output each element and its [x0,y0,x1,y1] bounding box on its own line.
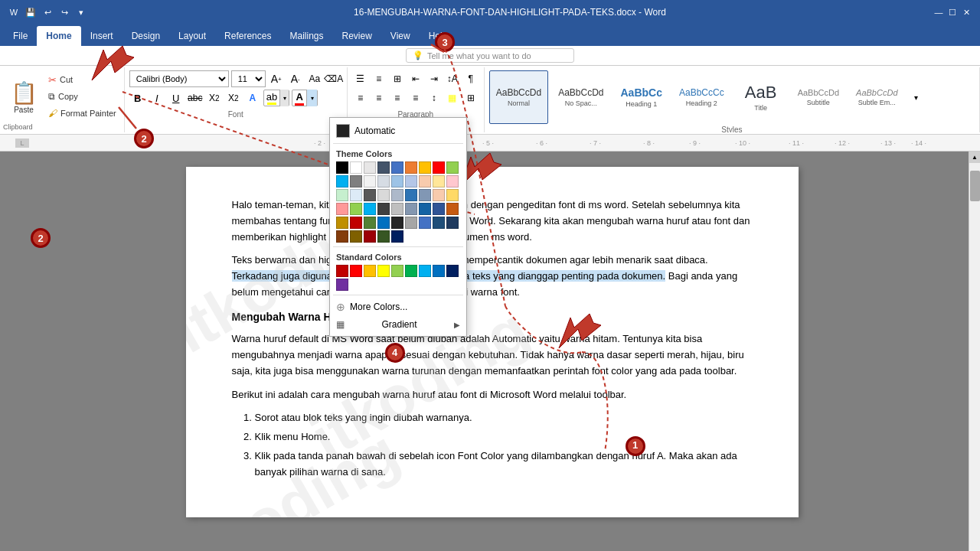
gradient-option[interactable]: ▦ Gradient ▶ [333,316,463,333]
theme-color-dark-blue[interactable] [377,161,390,174]
theme-color-blue[interactable] [391,161,403,174]
cut-button[interactable]: ✂ Cut [45,72,119,87]
theme-color-steel[interactable] [391,189,403,201]
theme-color-brown[interactable] [336,230,348,243]
show-paragraph-button[interactable]: ¶ [462,70,479,87]
style-subtitle[interactable]: AaBbCcDd Subtitle [791,70,846,124]
scroll-thumb[interactable] [970,171,980,201]
theme-color-cornflower[interactable] [419,217,431,229]
theme-color-dark-gold[interactable] [336,217,348,229]
theme-color-light-red[interactable] [336,203,348,215]
italic-button[interactable]: I [149,90,165,106]
format-painter-button[interactable]: 🖌 Format Painter [45,106,119,121]
ruler-tab-indicator[interactable]: L [15,139,29,148]
numbering-button[interactable]: ≡ [371,70,387,87]
theme-color-salmon[interactable] [433,189,445,201]
subscript-button[interactable]: X2 [206,90,223,106]
theme-color-orange[interactable] [405,161,417,174]
font-name-select[interactable]: Calibri (Body) [129,70,229,87]
styles-more-button[interactable]: ▾ [908,89,925,106]
style-heading1[interactable]: AaBbCc Heading 1 [614,70,669,124]
color-picker-dropdown[interactable]: Automatic Theme Colors [329,117,467,337]
align-center-button[interactable]: ≡ [371,90,387,106]
theme-color-light-blue[interactable] [391,175,403,187]
theme-color-medium-gray[interactable] [405,217,417,229]
font-size-select[interactable]: 11 [231,70,266,87]
theme-color-sky[interactable] [364,203,376,215]
multilevel-list-button[interactable]: ⊞ [389,70,406,87]
std-color-purple[interactable] [336,279,348,291]
help-input[interactable]: 💡 Tell me what you want to do [406,48,574,63]
copy-button[interactable]: ⧉ Copy [45,89,119,104]
bold-button[interactable]: B [129,90,146,106]
minimize-icon[interactable]: — [933,6,945,18]
more-colors-option[interactable]: ⊕ More Colors... [333,298,463,316]
style-heading2[interactable]: AaBbCcCc Heading 2 [672,70,731,124]
theme-color-light-gray[interactable] [364,161,376,174]
tab-insert[interactable]: Insert [81,26,122,46]
theme-color-dark-navy[interactable] [391,230,403,243]
std-color-yellow[interactable] [377,265,390,277]
theme-color-blue-gray[interactable] [377,175,390,187]
theme-color-forest[interactable] [364,217,376,229]
text-effects-button[interactable]: A [244,90,261,106]
theme-color-pale-blue[interactable] [350,189,362,201]
increase-indent-button[interactable]: ⇥ [426,70,443,87]
tab-layout[interactable]: Layout [169,26,215,46]
highlight-color-button[interactable]: ab ▾ [263,90,289,106]
theme-color-blue-steel[interactable] [405,203,417,215]
theme-color-dark-green[interactable] [377,230,390,243]
theme-color-white2[interactable] [364,175,376,187]
close-icon[interactable]: ✕ [960,6,972,18]
vertical-scrollbar[interactable]: ▲ ▼ [969,152,980,551]
bullets-button[interactable]: ☰ [352,70,369,87]
automatic-color-option[interactable]: Automatic [333,121,463,141]
theme-color-yellow[interactable] [419,161,431,174]
save-icon[interactable]: 💾 [24,6,37,18]
theme-color-white[interactable] [350,161,362,174]
std-color-dark-red[interactable] [336,265,348,277]
strikethrough-button[interactable]: abc [187,90,204,106]
theme-color-near-black[interactable] [391,217,403,229]
std-color-dark-blue[interactable] [446,265,459,277]
theme-color-black[interactable] [336,161,348,174]
theme-color-charcoal[interactable] [377,203,390,215]
theme-color-peach[interactable] [419,175,431,187]
theme-color-cyan[interactable] [336,175,348,187]
theme-color-midnight[interactable] [446,217,459,229]
theme-color-gray[interactable] [350,175,362,187]
std-color-orange[interactable] [364,265,376,277]
tab-review[interactable]: Review [332,26,381,46]
theme-color-crimson[interactable] [364,230,376,243]
theme-color-dark-red2[interactable] [350,217,362,229]
paste-button[interactable]: 📋 Paste [5,70,43,124]
font-color-dropdown-arrow[interactable]: ▾ [306,90,317,106]
align-right-button[interactable]: ≡ [389,90,406,106]
undo-icon[interactable]: ↩ [41,6,54,18]
shading-button[interactable]: ▦ [444,90,461,106]
theme-color-silver[interactable] [377,189,390,201]
tab-home[interactable]: Home [37,26,80,46]
theme-color-periwinkle[interactable] [405,175,417,187]
std-color-cyan[interactable] [419,265,431,277]
maximize-icon[interactable]: ☐ [946,6,959,18]
style-title[interactable]: AaB Title [734,70,788,124]
border-button[interactable]: ⊞ [462,90,479,106]
document-page[interactable]: itkoding itkoding itkoding itkoding Halo… [186,167,799,517]
theme-color-dark-brown[interactable] [350,230,362,243]
style-normal[interactable]: AaBbCcDd Normal [489,70,548,124]
redo-icon[interactable]: ↪ [58,6,70,18]
theme-color-light-silver[interactable] [391,203,403,215]
scroll-up-button[interactable]: ▲ [969,152,980,163]
change-case-button[interactable]: Aa [306,70,323,87]
tab-file[interactable]: File [4,26,37,46]
theme-color-medium-blue[interactable] [405,189,417,201]
theme-color-red[interactable] [433,161,445,174]
tab-mailings[interactable]: Mailings [280,26,332,46]
tab-design[interactable]: Design [122,26,169,46]
std-color-blue[interactable] [433,265,445,277]
theme-color-pale-green[interactable] [336,189,348,201]
align-left-button[interactable]: ≡ [352,90,369,106]
decrease-indent-button[interactable]: ⇤ [407,70,424,87]
tab-references[interactable]: References [215,26,280,46]
